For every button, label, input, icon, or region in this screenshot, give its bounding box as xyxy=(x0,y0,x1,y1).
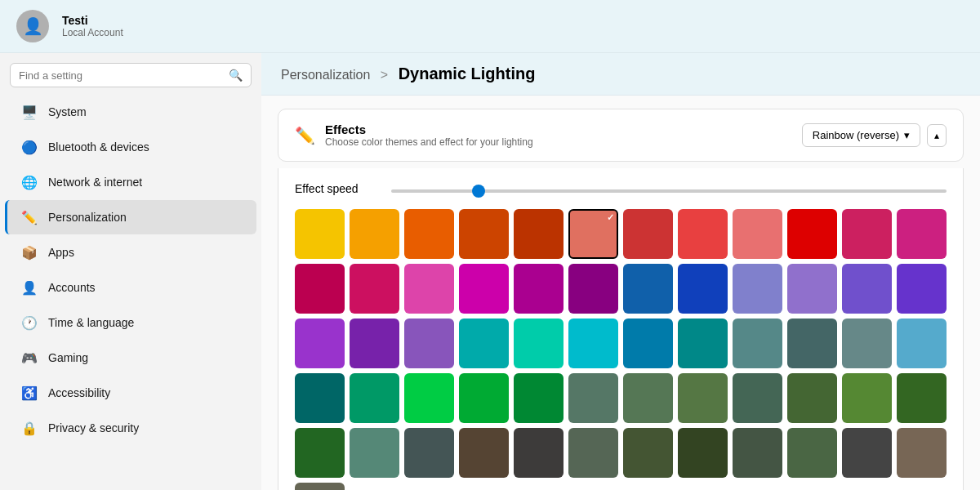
color-swatch[interactable] xyxy=(350,264,399,314)
color-swatch[interactable]: ✓ xyxy=(568,209,618,259)
color-swatch[interactable] xyxy=(623,318,673,368)
color-swatch[interactable] xyxy=(897,373,947,423)
color-swatch[interactable] xyxy=(897,209,947,259)
sidebar-item-personalization[interactable]: ✏️ Personalization xyxy=(5,200,256,234)
breadcrumb-sep: > xyxy=(381,68,388,82)
color-swatch[interactable] xyxy=(514,318,564,368)
color-swatch[interactable] xyxy=(295,483,345,490)
color-swatch[interactable] xyxy=(568,373,618,423)
color-swatch[interactable] xyxy=(350,209,399,259)
speed-label: Effect speed xyxy=(295,182,359,195)
color-swatch[interactable] xyxy=(404,373,454,423)
color-swatch[interactable] xyxy=(514,373,564,423)
speed-row: Effect speed xyxy=(295,181,947,196)
color-swatch[interactable] xyxy=(733,264,782,314)
network-icon: 🌐 xyxy=(20,173,38,191)
effects-left: ✏️ Effects Choose color themes and effec… xyxy=(295,122,533,148)
color-swatch[interactable] xyxy=(678,209,728,259)
color-swatch[interactable] xyxy=(404,209,454,259)
color-swatch[interactable] xyxy=(678,428,728,478)
sidebar-item-privacy[interactable]: 🔒 Privacy & security xyxy=(5,411,256,445)
color-swatch[interactable] xyxy=(623,373,673,423)
color-swatch[interactable] xyxy=(350,373,399,423)
color-swatch[interactable] xyxy=(514,428,564,478)
collapse-button[interactable]: ▴ xyxy=(927,124,947,147)
personalization-icon: ✏️ xyxy=(20,208,38,226)
color-swatch[interactable] xyxy=(459,373,509,423)
search-input[interactable] xyxy=(19,69,222,82)
color-swatch[interactable] xyxy=(678,318,728,368)
color-swatch[interactable] xyxy=(350,428,399,478)
color-swatch[interactable] xyxy=(678,264,728,314)
color-swatch[interactable] xyxy=(459,428,509,478)
breadcrumb-parent: Personalization xyxy=(281,68,370,82)
color-swatch[interactable] xyxy=(404,318,454,368)
color-swatch[interactable] xyxy=(568,264,618,314)
effects-icon: ✏️ xyxy=(295,126,315,145)
color-swatch[interactable] xyxy=(733,428,782,478)
sidebar-item-accessibility[interactable]: ♿ Accessibility xyxy=(5,376,256,410)
color-swatch[interactable] xyxy=(733,318,782,368)
color-swatch[interactable] xyxy=(842,264,892,314)
effects-header: ✏️ Effects Choose color themes and effec… xyxy=(295,122,947,148)
color-swatch[interactable] xyxy=(842,209,892,259)
sidebar: 🔍 🖥️ System 🔵 Bluetooth & devices 🌐 Netw… xyxy=(0,53,261,490)
color-swatch[interactable] xyxy=(568,428,618,478)
color-swatch[interactable] xyxy=(897,428,947,478)
color-swatch[interactable] xyxy=(295,209,345,259)
sidebar-item-accounts[interactable]: 👤 Accounts xyxy=(5,270,256,305)
color-swatch[interactable] xyxy=(678,373,728,423)
speed-slider[interactable] xyxy=(391,189,947,193)
search-box[interactable]: 🔍 xyxy=(10,63,252,87)
color-swatch[interactable] xyxy=(568,318,618,368)
sidebar-item-gaming[interactable]: 🎮 Gaming xyxy=(5,341,256,375)
effects-subtitle: Choose color themes and effect for your … xyxy=(325,136,533,148)
effects-text: Effects Choose color themes and effect f… xyxy=(325,122,533,148)
breadcrumb-current: Dynamic Lighting xyxy=(399,65,536,82)
sidebar-label-network: Network & internet xyxy=(48,176,142,189)
color-swatch[interactable] xyxy=(295,264,345,314)
color-swatch[interactable] xyxy=(459,264,509,314)
color-swatch[interactable] xyxy=(897,318,947,368)
sidebar-item-system[interactable]: 🖥️ System xyxy=(5,95,256,129)
effects-right: Rainbow (reverse) ▾ ▴ xyxy=(802,123,947,147)
color-swatch[interactable] xyxy=(350,318,399,368)
color-swatch[interactable] xyxy=(404,428,454,478)
color-swatch[interactable] xyxy=(514,209,564,259)
color-swatch[interactable] xyxy=(514,264,564,314)
color-swatch[interactable] xyxy=(787,264,837,314)
color-grid: ✓ xyxy=(295,209,947,490)
color-swatch[interactable] xyxy=(787,318,837,368)
accessibility-icon: ♿ xyxy=(20,384,38,402)
color-swatch[interactable] xyxy=(842,318,892,368)
color-swatch[interactable] xyxy=(787,373,837,423)
sidebar-item-time[interactable]: 🕐 Time & language xyxy=(5,305,256,340)
color-swatch[interactable] xyxy=(842,428,892,478)
color-swatch[interactable] xyxy=(459,209,509,259)
color-swatch[interactable] xyxy=(404,264,454,314)
effects-dropdown[interactable]: Rainbow (reverse) ▾ xyxy=(802,123,920,147)
sidebar-item-bluetooth[interactable]: 🔵 Bluetooth & devices xyxy=(5,130,256,164)
color-swatch[interactable] xyxy=(733,209,782,259)
effects-card: ✏️ Effects Choose color themes and effec… xyxy=(278,109,964,162)
color-swatch[interactable] xyxy=(295,318,345,368)
color-swatch[interactable] xyxy=(787,428,837,478)
sidebar-label-system: System xyxy=(48,105,87,118)
avatar: 👤 xyxy=(16,10,49,42)
color-swatch[interactable] xyxy=(787,209,837,259)
sidebar-item-network[interactable]: 🌐 Network & internet xyxy=(5,165,256,199)
color-swatch[interactable] xyxy=(623,428,673,478)
color-swatch[interactable] xyxy=(733,373,782,423)
color-swatch[interactable] xyxy=(295,373,345,423)
accounts-icon: 👤 xyxy=(20,278,38,296)
gaming-icon: 🎮 xyxy=(20,349,38,367)
color-swatch[interactable] xyxy=(623,264,673,314)
color-swatch[interactable] xyxy=(623,209,673,259)
sidebar-label-time: Time & language xyxy=(48,316,134,329)
nav-list: 🖥️ System 🔵 Bluetooth & devices 🌐 Networ… xyxy=(0,94,261,446)
color-swatch[interactable] xyxy=(842,373,892,423)
sidebar-item-apps[interactable]: 📦 Apps xyxy=(5,235,256,270)
color-swatch[interactable] xyxy=(295,428,345,478)
color-swatch[interactable] xyxy=(897,264,947,314)
color-swatch[interactable] xyxy=(459,318,509,368)
